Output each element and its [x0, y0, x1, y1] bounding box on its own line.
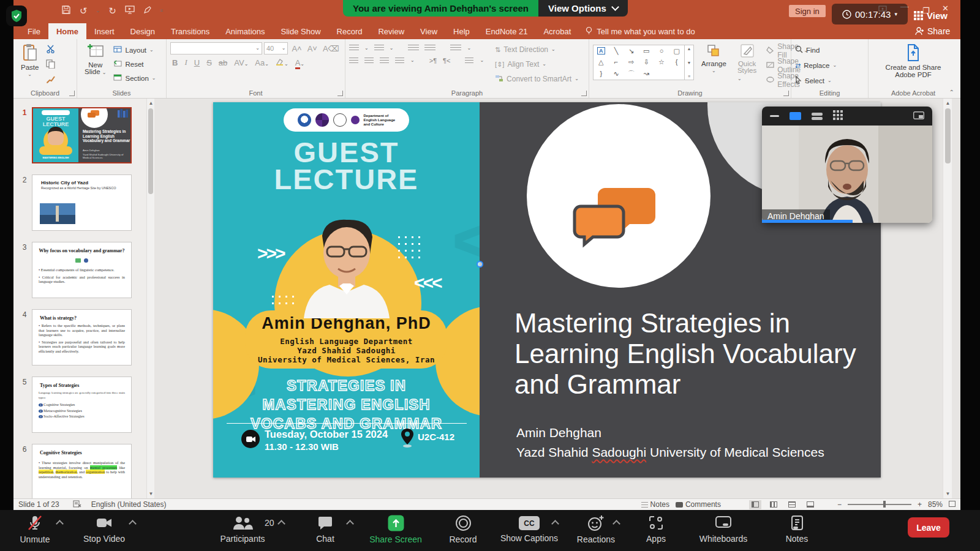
pip-view-icon[interactable]: [913, 111, 924, 122]
columns-icon[interactable]: [465, 58, 473, 64]
create-share-pdf-button[interactable]: Create and Share Adobe PDF: [882, 42, 945, 87]
text-direction-button[interactable]: ⇅ Text Direction⌄: [495, 43, 579, 56]
canvas-scroll-handle[interactable]: [945, 108, 951, 163]
comments-toggle[interactable]: Comments: [676, 500, 721, 509]
gallery-view-icon[interactable]: [833, 110, 843, 122]
gallery-up-icon[interactable]: ▲: [687, 47, 692, 51]
font-dialog-launcher[interactable]: [337, 91, 343, 96]
shape-arrow-down-icon[interactable]: ⇩: [644, 58, 649, 66]
font-color-button[interactable]: A⌄: [293, 58, 306, 67]
shape-gallery[interactable]: A ╲ ↘ ▭ ○ ▢ △ ⌐ ⇨ ⇩ ☆ { } ∿ ⌒: [593, 45, 685, 80]
strikethrough-button[interactable]: S: [205, 58, 214, 67]
find-button[interactable]: Find: [795, 44, 864, 56]
line-spacing-caret[interactable]: ⌄: [467, 47, 471, 50]
shape-curve-icon[interactable]: ↝: [644, 70, 649, 78]
chat-button[interactable]: Chat: [307, 515, 344, 544]
zoom-slider[interactable]: [848, 504, 911, 505]
font-name-combo[interactable]: ⌄: [170, 42, 262, 54]
clipboard-dialog-launcher[interactable]: [69, 91, 75, 96]
paragraph-dialog-launcher[interactable]: [581, 91, 587, 96]
shape-arc-icon[interactable]: ⌒: [628, 69, 635, 78]
thumbnail-scrollbar[interactable]: ▲ ▼: [146, 99, 154, 498]
decrease-indent-icon[interactable]: [408, 45, 419, 51]
save-icon[interactable]: [61, 5, 71, 17]
select-button[interactable]: Select⌄: [795, 75, 864, 87]
notes-toggle[interactable]: Notes: [641, 500, 669, 509]
view-options-button[interactable]: View Options: [538, 0, 628, 17]
zoom-view-button[interactable]: View: [914, 10, 948, 21]
shape-brace-left-icon[interactable]: {: [676, 58, 678, 66]
justify-icon[interactable]: [395, 58, 404, 64]
language-indicator[interactable]: English (United States): [91, 500, 167, 509]
ltr-direction-icon[interactable]: >¶: [429, 57, 437, 64]
drawing-dialog-launcher[interactable]: [783, 91, 789, 96]
tab-record[interactable]: Record: [329, 23, 371, 39]
slide-thumbnail-6[interactable]: Cognitive Strategies • These strategies …: [32, 444, 132, 498]
reset-button[interactable]: Reset: [113, 58, 156, 70]
tab-endnote[interactable]: EndNote 21: [478, 23, 536, 39]
stop-video-button[interactable]: Stop Video: [77, 515, 132, 544]
underline-button[interactable]: U: [192, 58, 202, 67]
increase-font-icon[interactable]: A˄: [290, 44, 303, 53]
apps-button[interactable]: Apps: [638, 515, 674, 544]
gallery-more-icon[interactable]: ≡: [688, 74, 690, 78]
minimize-video-icon[interactable]: [770, 115, 779, 117]
record-button[interactable]: Record: [442, 515, 484, 544]
normal-view-button[interactable]: [749, 500, 761, 509]
chat-options-caret[interactable]: [346, 520, 354, 528]
canvas-scroll-up-icon[interactable]: ▲: [943, 100, 952, 106]
shape-star-icon[interactable]: ☆: [658, 58, 665, 66]
slideshow-view-button[interactable]: [804, 500, 816, 509]
clear-formatting-icon[interactable]: A⌫: [321, 44, 341, 53]
start-presentation-icon[interactable]: [125, 6, 135, 16]
change-case-button[interactable]: Aa⌄: [253, 58, 271, 67]
customize-qat-icon[interactable]: ≡: [160, 9, 164, 13]
slide-thumbnail-4[interactable]: What is strategy? • Refers to the specif…: [32, 309, 132, 365]
redo-icon[interactable]: ↻: [108, 6, 116, 17]
justify-caret[interactable]: ⌄: [410, 59, 415, 62]
character-spacing-button[interactable]: AV⌄: [232, 58, 250, 67]
shape-ellipse-icon[interactable]: ○: [660, 47, 664, 54]
align-right-icon[interactable]: [380, 58, 389, 64]
tab-insert[interactable]: Insert: [86, 23, 123, 39]
stacked-view-icon[interactable]: [812, 113, 823, 120]
section-button[interactable]: Section⌄: [113, 72, 156, 84]
selection-handle[interactable]: [477, 261, 483, 268]
tab-view[interactable]: View: [412, 23, 445, 39]
bullets-caret[interactable]: ⌄: [364, 47, 369, 50]
shape-arrow-right-icon[interactable]: ⇨: [628, 58, 634, 66]
shape-rounded-rect-icon[interactable]: ▢: [673, 47, 679, 55]
tab-review[interactable]: Review: [370, 23, 412, 39]
tab-help[interactable]: Help: [445, 23, 478, 39]
reading-view-button[interactable]: [786, 500, 798, 509]
gallery-down-icon[interactable]: ▼: [687, 61, 692, 65]
text-box-shape-icon[interactable]: A: [597, 47, 605, 54]
convert-smartart-button[interactable]: Convert to SmartArt⌄: [495, 73, 579, 85]
slide-thumbnail-3[interactable]: Why focus on vocabulary and grammar? • E…: [32, 242, 132, 298]
font-size-combo[interactable]: 40⌄: [264, 42, 288, 54]
numbering-caret[interactable]: ⌄: [390, 47, 394, 50]
slide-thumbnail-2[interactable]: Historic City of Yazd Recognized as a Wo…: [32, 174, 132, 231]
canvas-scrollbar[interactable]: ▲ ▼: [943, 99, 952, 498]
proofing-icon[interactable]: [73, 500, 81, 509]
quick-styles-button[interactable]: Quick Styles ⌄: [734, 42, 760, 87]
align-left-icon[interactable]: [349, 58, 358, 64]
new-slide-button[interactable]: New Slide ⌄: [81, 42, 110, 87]
tab-transitions[interactable]: Transitions: [163, 23, 217, 39]
slide-thumbnail-5[interactable]: Types of Strategies Language learning st…: [32, 377, 132, 433]
replace-button[interactable]: ⇄ Replace⌄: [795, 59, 864, 72]
shape-line-icon[interactable]: ╲: [614, 47, 619, 55]
pen-input-icon[interactable]: [143, 6, 152, 16]
zoom-in-button[interactable]: +: [918, 500, 922, 509]
bullets-icon[interactable]: [349, 45, 359, 51]
copy-icon[interactable]: [46, 59, 56, 71]
meeting-timer[interactable]: 00:17:43 ▾: [832, 4, 908, 24]
tab-slide-show[interactable]: Slide Show: [273, 23, 328, 39]
thumb-scroll-down-icon[interactable]: ▼: [147, 491, 154, 497]
highlight-color-button[interactable]: ⌄: [274, 58, 290, 67]
shape-rectangle-icon[interactable]: ▭: [643, 47, 649, 55]
notes-button[interactable]: Notes: [778, 515, 815, 544]
shape-brace-right-icon[interactable]: }: [600, 70, 602, 77]
numbering-icon[interactable]: [374, 45, 384, 51]
collapse-ribbon-icon[interactable]: ⌃: [949, 89, 954, 96]
